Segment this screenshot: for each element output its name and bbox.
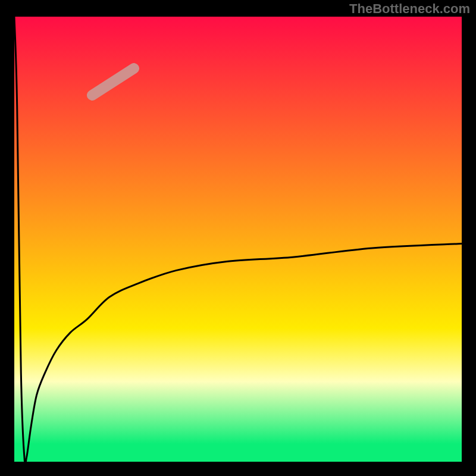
- chart-svg: [0, 0, 476, 476]
- chart-container: TheBottleneck.com: [0, 0, 476, 476]
- watermark-text: TheBottleneck.com: [349, 1, 470, 17]
- svg-rect-1: [14, 17, 462, 462]
